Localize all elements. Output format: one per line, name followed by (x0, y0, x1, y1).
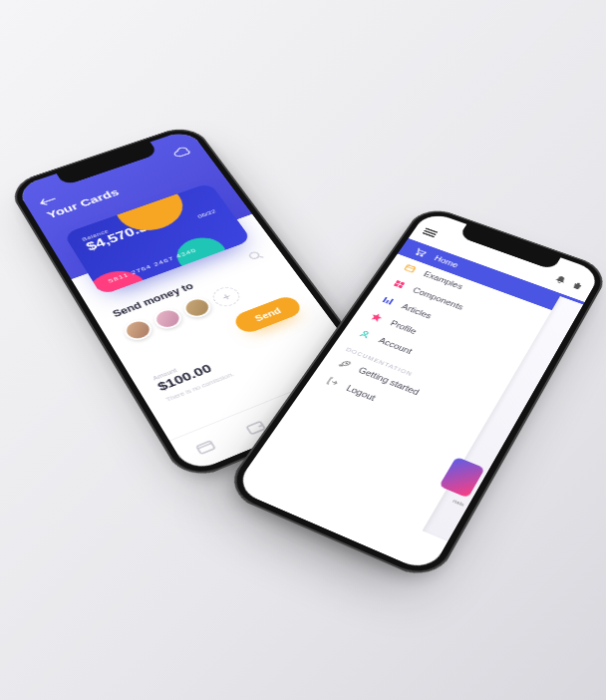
sidebar-item-label: Logout (345, 384, 378, 403)
svg-rect-12 (393, 283, 398, 287)
send-money-heading: Send money to (111, 254, 268, 319)
svg-point-7 (416, 253, 418, 255)
send-button[interactable]: Send (231, 294, 305, 336)
svg-rect-16 (388, 298, 394, 304)
amount-value: $100.00 (154, 320, 319, 393)
svg-rect-15 (385, 300, 389, 304)
bars-icon (380, 295, 397, 306)
bag-icon[interactable] (570, 280, 584, 291)
grid-icon (391, 278, 408, 289)
avatar[interactable] (179, 295, 214, 321)
svg-rect-13 (398, 284, 403, 288)
avatar[interactable] (151, 306, 185, 332)
tab-cards-icon[interactable] (194, 440, 216, 456)
svg-rect-1 (196, 441, 215, 454)
cart-icon (413, 247, 429, 258)
back-arrow-icon[interactable] (38, 194, 58, 206)
svg-rect-10 (395, 280, 400, 284)
svg-point-18 (345, 362, 347, 364)
bell-icon[interactable] (554, 274, 568, 285)
logout-icon (323, 375, 341, 387)
star-icon (368, 311, 385, 323)
top-actions (554, 274, 585, 291)
thumbnail-image[interactable] (439, 457, 484, 499)
sidebar-item-label: Home (433, 254, 459, 269)
calendar-icon (402, 262, 418, 273)
svg-point-8 (421, 254, 423, 256)
avatar[interactable] (121, 317, 155, 344)
svg-rect-9 (405, 264, 416, 272)
svg-point-17 (363, 331, 368, 335)
plus-icon: + (219, 290, 234, 303)
rocket-icon (336, 358, 353, 370)
svg-point-0 (248, 251, 260, 259)
svg-rect-11 (400, 281, 405, 285)
user-icon (356, 328, 373, 340)
thumbnail-caption: rials (452, 499, 464, 508)
cloud-icon[interactable] (170, 146, 193, 160)
add-recipient-button[interactable]: + (209, 284, 244, 310)
amount-label: Amount (152, 316, 311, 382)
hamburger-icon[interactable] (423, 227, 439, 237)
